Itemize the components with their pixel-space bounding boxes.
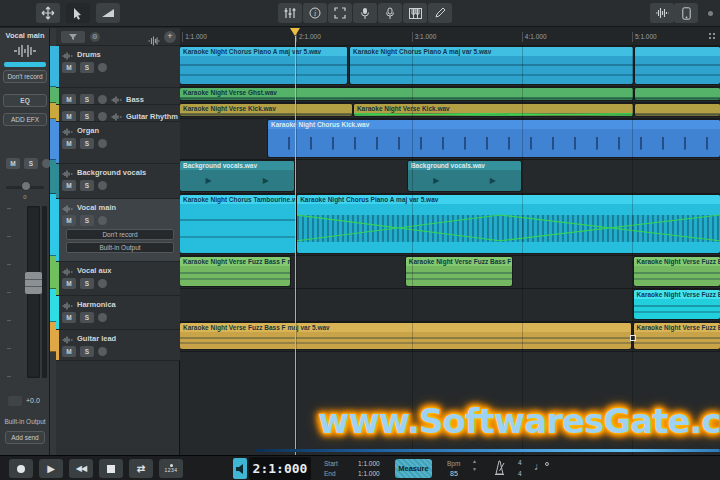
- lane-vocal-main[interactable]: Karaoke Night Chorus Tambourine.wavKarao…: [180, 194, 720, 256]
- arrangement-area[interactable]: Karaoke Night Chorus Piano A maj var 5.w…: [180, 46, 720, 455]
- solo-button[interactable]: S: [80, 312, 94, 323]
- track-row-background-vocals[interactable]: Background vocalsMS: [56, 164, 180, 199]
- expand-icon[interactable]: [328, 3, 352, 23]
- track-row-bass[interactable]: MSBass: [56, 88, 180, 105]
- track-row-vocal-aux[interactable]: Vocal auxMS: [56, 262, 180, 296]
- play-button[interactable]: ▶: [39, 459, 63, 478]
- solo-button[interactable]: S: [80, 180, 94, 191]
- rewind-button[interactable]: ◀◀: [69, 459, 93, 478]
- note-value-icon[interactable]: ♩: [534, 460, 545, 472]
- clip-drums[interactable]: [635, 47, 720, 84]
- pan-knob[interactable]: [21, 181, 31, 191]
- clip-vocal-main[interactable]: Karaoke Night Chorus Piano A maj var 5.w…: [297, 195, 720, 253]
- lane-guitar-lead[interactable]: Karaoke Night Verse Fuzz Bass F maj var …: [180, 322, 720, 352]
- record-arm-button[interactable]: [98, 347, 107, 356]
- piano-icon[interactable]: [403, 3, 427, 23]
- record-arm-button[interactable]: [98, 313, 107, 322]
- lane-guitar-rhythm[interactable]: Karaoke Night Verse Kick.wavKaraoke Nigh…: [180, 103, 720, 119]
- record-arm-button[interactable]: [98, 216, 107, 225]
- clip-guitar-rhythm[interactable]: [635, 104, 720, 116]
- waveform-view-icon[interactable]: [650, 3, 674, 23]
- lane-vocal-aux[interactable]: Karaoke Night Verse Fuzz Bass F maj var …: [180, 256, 720, 289]
- device-icon[interactable]: [674, 3, 698, 23]
- clip-bass[interactable]: [635, 88, 720, 100]
- mute-button[interactable]: M: [62, 346, 76, 357]
- lane-drums[interactable]: Karaoke Night Chorus Piano A maj var 5.w…: [180, 46, 720, 87]
- mute-button[interactable]: M: [62, 180, 76, 191]
- clip-organ[interactable]: Karaoke Night Chorus Kick.wav: [268, 120, 720, 157]
- lane-background-vocals[interactable]: Background vocals.wavBackground vocals.w…: [180, 160, 720, 194]
- mute-button[interactable]: M: [62, 278, 76, 289]
- mic-monitor-icon[interactable]: [378, 3, 402, 23]
- mute-button[interactable]: M: [62, 215, 76, 226]
- stop-button[interactable]: [99, 459, 123, 478]
- track-row-guitar-lead[interactable]: Guitar leadMS: [56, 330, 180, 361]
- speaker-icon[interactable]: [233, 458, 247, 479]
- lane-harmonica[interactable]: Karaoke Night Verse Fuzz Bass F maj var …: [180, 289, 720, 322]
- timesig-numerator[interactable]: 4: [518, 459, 522, 466]
- solo-button[interactable]: S: [80, 215, 94, 226]
- solo-button[interactable]: S: [80, 94, 94, 105]
- clip-vocal-aux[interactable]: Karaoke Night Verse Fuzz Bass F maj var …: [180, 257, 290, 286]
- end-value[interactable]: 1:1.000: [358, 470, 380, 477]
- clip-guitar-rhythm[interactable]: Karaoke Night Verse Kick.wav: [354, 104, 633, 116]
- mute-button[interactable]: M: [6, 158, 20, 169]
- solo-button[interactable]: S: [80, 346, 94, 357]
- clip-bass[interactable]: Karaoke Night Verse Ghst.wav: [180, 88, 633, 100]
- track-row-guitar-rhythm[interactable]: MSGuitar Rhythm: [56, 105, 180, 122]
- bpm-value[interactable]: 85: [450, 470, 458, 477]
- mute-button[interactable]: M: [62, 94, 76, 105]
- record-arm-button[interactable]: [98, 279, 107, 288]
- clip-harmonica[interactable]: Karaoke Night Verse Fuzz Bass F maj var …: [634, 290, 720, 319]
- mute-button[interactable]: M: [62, 138, 76, 149]
- clip-drums[interactable]: Karaoke Night Chorus Piano A maj var 5.w…: [180, 47, 347, 84]
- start-value[interactable]: 1:1.000: [358, 460, 380, 467]
- add-track-button[interactable]: +: [164, 31, 176, 43]
- add-send-button[interactable]: Add send: [5, 431, 45, 444]
- clip-guitar-lead[interactable]: Karaoke Night Verse Fuzz Bass F maj var …: [180, 323, 631, 349]
- mute-button[interactable]: M: [62, 312, 76, 323]
- record-arm-button[interactable]: [98, 63, 107, 72]
- playhead-line[interactable]: [295, 46, 296, 455]
- clip-vocal-main[interactable]: Karaoke Night Chorus Tambourine.wav: [180, 195, 296, 253]
- record-arm-button[interactable]: [98, 181, 107, 190]
- mute-button[interactable]: M: [62, 111, 76, 122]
- clip-background-vocals[interactable]: Background vocals.wav: [408, 161, 521, 191]
- clip-guitar-rhythm[interactable]: Karaoke Night Verse Kick.wav: [180, 104, 352, 116]
- lane-organ[interactable]: Karaoke Night Chorus Kick.wav: [180, 119, 720, 160]
- track-row-organ[interactable]: OrganMS: [56, 122, 180, 164]
- solo-button[interactable]: S: [80, 278, 94, 289]
- time-display[interactable]: 2:1:000: [249, 457, 311, 480]
- ruler-options-icon[interactable]: [709, 33, 717, 41]
- mute-button[interactable]: M: [62, 62, 76, 73]
- clip-vocal-aux[interactable]: Karaoke Night Verse Fuzz Bass F maj var …: [634, 257, 720, 286]
- track-row-harmonica[interactable]: HarmonicaMS: [56, 296, 180, 330]
- record-mode-button[interactable]: Don't record: [3, 70, 47, 83]
- filter-icon[interactable]: [61, 31, 85, 43]
- clip-vocal-aux[interactable]: Karaoke Night Verse Fuzz Bass F maj var …: [406, 257, 512, 286]
- output-device-label[interactable]: Built-in Output: [0, 418, 50, 425]
- track-row-vocal-main[interactable]: Vocal mainMSDon't recordBuilt-in Output: [56, 199, 180, 262]
- pencil-icon[interactable]: [428, 3, 452, 23]
- automation-node[interactable]: [630, 335, 636, 341]
- clip-guitar-lead[interactable]: Karaoke Night Verse Fuzz Bass F maj var …: [634, 323, 720, 349]
- fader-handle[interactable]: [25, 272, 42, 294]
- timesig-denominator[interactable]: 4: [518, 470, 522, 477]
- record-mode-select[interactable]: Don't record: [66, 229, 174, 240]
- fade-tool-icon[interactable]: [96, 3, 120, 23]
- measure-snap-button[interactable]: Measure: [395, 459, 432, 478]
- timeline-ruler[interactable]: 1:1.0002:1.0003:1.0004:1.0005:1.000: [180, 28, 720, 46]
- record-button[interactable]: [9, 459, 33, 478]
- info-icon[interactable]: i: [303, 3, 327, 23]
- move-tool-icon[interactable]: [36, 3, 60, 23]
- solo-button[interactable]: S: [80, 111, 94, 122]
- solo-button[interactable]: S: [80, 138, 94, 149]
- lane-bass[interactable]: Karaoke Night Verse Ghst.wav: [180, 87, 720, 103]
- select-tool-icon[interactable]: [66, 3, 90, 23]
- solo-button[interactable]: S: [80, 62, 94, 73]
- record-arm-button[interactable]: [98, 112, 107, 121]
- mic-input-icon[interactable]: [353, 3, 377, 23]
- settings-icon[interactable]: ⚙: [90, 32, 100, 42]
- add-efx-button[interactable]: ADD EFX: [3, 113, 47, 126]
- clip-background-vocals[interactable]: Background vocals.wav: [180, 161, 294, 191]
